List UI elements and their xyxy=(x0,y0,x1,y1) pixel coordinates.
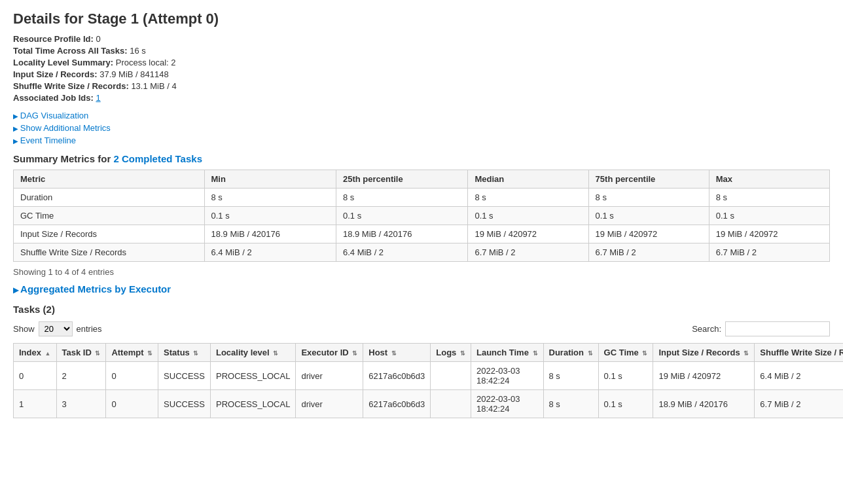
task-index: 1 xyxy=(14,390,57,418)
col-max: Max xyxy=(709,170,829,189)
metric-min: 18.9 MiB / 420176 xyxy=(204,225,336,243)
show-entries-select[interactable]: 20 50 100 xyxy=(39,321,73,336)
metric-p25: 0.1 s xyxy=(336,207,467,225)
metric-name: Input Size / Records xyxy=(14,225,205,243)
metric-name: GC Time xyxy=(14,207,205,225)
col-index[interactable]: Index ▲ xyxy=(14,344,57,362)
task-attempt: 0 xyxy=(106,362,158,390)
task-shuffle-write: 6.4 MiB / 2 xyxy=(755,362,843,390)
sort-icon: ⇅ xyxy=(588,350,593,357)
assoc-job-label: Associated Job Ids: xyxy=(13,93,94,103)
show-additional-metrics-link[interactable]: Show Additional Metrics xyxy=(13,123,830,133)
metric-max: 0.1 s xyxy=(709,207,829,225)
table-row: Duration 8 s 8 s 8 s 8 s 8 s xyxy=(14,189,830,207)
locality-level-value: Process local: 2 xyxy=(116,58,176,67)
completed-tasks-link[interactable]: 2 Completed Tasks xyxy=(113,153,202,164)
metric-p75: 19 MiB / 420972 xyxy=(588,225,709,243)
col-logs[interactable]: Logs ⇅ xyxy=(431,344,471,362)
showing-text: Showing 1 to 4 of 4 entries xyxy=(13,267,830,277)
col-input-size---records[interactable]: Input Size / Records ⇅ xyxy=(653,344,755,362)
col-executor-id[interactable]: Executor ID ⇅ xyxy=(296,344,363,362)
sort-icon: ⇅ xyxy=(460,350,465,357)
metric-p75: 0.1 s xyxy=(588,207,709,225)
total-time-value: 16 s xyxy=(130,46,146,56)
task-index: 0 xyxy=(14,362,57,390)
metric-p25: 6.4 MiB / 2 xyxy=(336,243,467,262)
sort-icon: ⇅ xyxy=(352,350,357,357)
metric-name: Shuffle Write Size / Records xyxy=(14,243,205,262)
table-row: 1 3 0 SUCCESS PROCESS_LOCAL driver 6217a… xyxy=(14,390,844,418)
task-logs xyxy=(431,390,471,418)
tasks-controls: Show 20 50 100 entries Search: xyxy=(13,321,830,336)
sort-icon: ⇅ xyxy=(95,350,100,357)
task-logs xyxy=(431,362,471,390)
col-locality-level[interactable]: Locality level ⇅ xyxy=(210,344,295,362)
search-input[interactable] xyxy=(725,321,830,336)
metric-min: 0.1 s xyxy=(204,207,336,225)
col-min: Min xyxy=(204,170,336,189)
sort-icon: ⇅ xyxy=(642,350,647,357)
col-host[interactable]: Host ⇅ xyxy=(363,344,431,362)
summary-heading: Summary Metrics for 2 Completed Tasks xyxy=(13,153,830,164)
table-row: GC Time 0.1 s 0.1 s 0.1 s 0.1 s 0.1 s xyxy=(14,207,830,225)
table-row: 0 2 0 SUCCESS PROCESS_LOCAL driver 6217a… xyxy=(14,362,844,390)
locality-level-label: Locality Level Summary: xyxy=(13,58,113,67)
task-locality: PROCESS_LOCAL xyxy=(210,390,295,418)
input-size-value: 37.9 MiB / 841148 xyxy=(99,69,169,79)
metric-max: 19 MiB / 420972 xyxy=(709,225,829,243)
metric-name: Duration xyxy=(14,189,205,207)
event-timeline-link[interactable]: Event Timeline xyxy=(13,135,830,145)
summary-metrics-table: Metric Min 25th percentile Median 75th p… xyxy=(13,170,830,262)
col-duration[interactable]: Duration ⇅ xyxy=(543,344,598,362)
task-duration: 8 s xyxy=(543,362,598,390)
info-section: Resource Profile Id: 0 Total Time Across… xyxy=(13,34,830,103)
aggregated-metrics-link[interactable]: Aggregated Metrics by Executor xyxy=(13,283,171,295)
aggregated-section: Aggregated Metrics by Executor xyxy=(13,283,830,295)
task-status: SUCCESS xyxy=(158,390,211,418)
sort-icon: ⇅ xyxy=(391,350,397,357)
task-id: 3 xyxy=(56,390,106,418)
metric-min: 6.4 MiB / 2 xyxy=(204,243,336,262)
metric-median: 6.7 MiB / 2 xyxy=(468,243,588,262)
col-shuffle-write-size---records[interactable]: Shuffle Write Size / Records ⇅ xyxy=(755,344,843,362)
sort-icon: ⇅ xyxy=(147,350,152,357)
sort-icon: ⇅ xyxy=(744,350,749,357)
tasks-table: Index ▲Task ID ⇅Attempt ⇅Status ⇅Localit… xyxy=(13,343,843,418)
page-title: Details for Stage 1 (Attempt 0) xyxy=(13,10,830,27)
task-id: 2 xyxy=(56,362,106,390)
sort-icon: ⇅ xyxy=(193,350,198,357)
assoc-job-link[interactable]: 1 xyxy=(96,93,100,103)
col-metric: Metric xyxy=(14,170,205,189)
task-input-size: 19 MiB / 420972 xyxy=(653,362,755,390)
task-launch-time: 2022-03-03 18:42:24 xyxy=(471,362,543,390)
metric-p25: 8 s xyxy=(336,189,467,207)
resource-profile-label: Resource Profile Id: xyxy=(13,34,94,44)
metric-p75: 8 s xyxy=(588,189,709,207)
task-gc-time: 0.1 s xyxy=(598,390,653,418)
task-attempt: 0 xyxy=(106,390,158,418)
search-label: Search: xyxy=(692,324,721,334)
resource-profile-value: 0 xyxy=(96,34,100,44)
metric-max: 6.7 MiB / 2 xyxy=(709,243,829,262)
task-executor-id: driver xyxy=(296,390,363,418)
metric-median: 8 s xyxy=(468,189,588,207)
metric-p75: 6.7 MiB / 2 xyxy=(588,243,709,262)
sort-icon: ▲ xyxy=(45,350,51,357)
task-gc-time: 0.1 s xyxy=(598,362,653,390)
metric-median: 0.1 s xyxy=(468,207,588,225)
col-gc-time[interactable]: GC Time ⇅ xyxy=(598,344,653,362)
dag-visualization-link[interactable]: DAG Visualization xyxy=(13,111,830,120)
metric-max: 8 s xyxy=(709,189,829,207)
metric-min: 8 s xyxy=(204,189,336,207)
tasks-heading: Tasks (2) xyxy=(13,304,830,315)
col-launch-time[interactable]: Launch Time ⇅ xyxy=(471,344,543,362)
shuffle-write-label: Shuffle Write Size / Records: xyxy=(13,81,129,91)
total-time-label: Total Time Across All Tasks: xyxy=(13,46,128,56)
shuffle-write-value: 13.1 MiB / 4 xyxy=(131,81,176,91)
col-task-id[interactable]: Task ID ⇅ xyxy=(56,344,106,362)
table-row: Shuffle Write Size / Records 6.4 MiB / 2… xyxy=(14,243,830,262)
show-label: Show xyxy=(13,324,35,334)
col-status[interactable]: Status ⇅ xyxy=(158,344,211,362)
col-attempt[interactable]: Attempt ⇅ xyxy=(106,344,158,362)
task-shuffle-write: 6.7 MiB / 2 xyxy=(755,390,843,418)
